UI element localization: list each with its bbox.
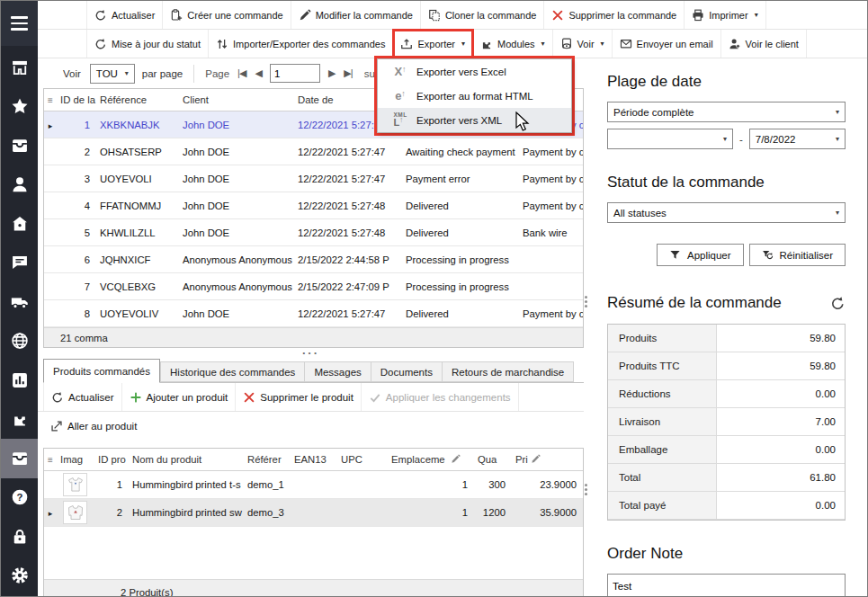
toolbar-button[interactable]: Modifier la commande ▾ (291, 1, 421, 29)
toolbar-button[interactable]: Modules ▾ (473, 30, 553, 58)
tab-label: Historique des commandes (170, 367, 295, 378)
sb-globe-icon (11, 332, 29, 350)
product-price-cell: 35.9000 (512, 507, 583, 518)
menu-toggle-button[interactable] (1, 1, 38, 46)
next-page-button[interactable]: ▶ (324, 67, 339, 79)
toolbar-button[interactable]: Actualiser ▾ (86, 1, 163, 29)
order-row[interactable]: ▸ 5 KHWLILZLL John DOE 12/22/2021 5:27:4… (44, 219, 583, 246)
column-header-price[interactable]: Pri (512, 454, 583, 466)
export-menu-item[interactable]: XMLL↑ Exporter vers XML (378, 108, 571, 132)
toolbar-button[interactable]: Voir le client ▾ (721, 30, 807, 58)
toolbar-button[interactable]: Importer/Exporter des commandes ▾ (209, 30, 393, 58)
html-export-icon: e↑ (384, 90, 416, 102)
column-header-product-id[interactable]: ID pro (94, 454, 129, 465)
order-date-cell: 12/22/2021 5:27:48 (294, 200, 402, 211)
page-number-input[interactable] (270, 64, 320, 83)
goto-icon (50, 420, 63, 432)
toolbar-button[interactable]: Imprimer ▾ (685, 1, 765, 29)
tab[interactable]: Retours de marchandise (443, 361, 574, 382)
sidebar-item[interactable] (1, 439, 38, 478)
menu-item-label: Exporter vers Excel (416, 67, 506, 77)
toolbar-button[interactable]: Cloner la commande ▾ (421, 1, 545, 29)
column-chooser-icon[interactable]: ≡ (44, 95, 57, 105)
sidebar-item[interactable] (1, 244, 38, 283)
export-menu-item[interactable]: e↑ Exporter au format HTML (378, 84, 571, 108)
tab[interactable]: Produits commandés (43, 359, 160, 383)
product-id-cell: 1 (94, 479, 129, 490)
per-page-label: par page (142, 68, 183, 79)
row-marker: ▸ (44, 507, 57, 518)
product-row[interactable]: ▸ 2 Hummingbird printed sw demo_3 1 1200 (44, 499, 583, 527)
refresh-summary-button[interactable] (830, 296, 846, 311)
sidebar-item[interactable] (1, 165, 38, 205)
toolbar-button[interactable]: Actualiser ▾ (43, 383, 122, 411)
toolbar-button-label: Actualiser (68, 392, 114, 403)
sidebar-item[interactable] (1, 400, 38, 440)
order-note-input[interactable] (607, 574, 846, 597)
last-page-button[interactable]: ▶| (339, 67, 356, 79)
sidebar-item[interactable] (1, 204, 38, 244)
page-size-select[interactable]: TOU ▾ (90, 64, 135, 84)
order-row[interactable]: ▸ 2 OHSATSERP John DOE 12/22/2021 5:27:4… (44, 138, 583, 165)
product-row[interactable]: ▸ 1 Hummingbird printed t-s demo_1 1 300 (44, 471, 583, 499)
order-row[interactable]: ▸ 3 UOYEVOLI John DOE 12/22/2021 5:27:47… (44, 165, 583, 192)
export-menu-item[interactable]: X↑ Exporter vers Excel (378, 59, 571, 84)
column-header-id[interactable]: ID de la co (57, 94, 96, 105)
sidebar-item[interactable] (1, 322, 38, 361)
order-status-cell: Payment error (402, 174, 519, 184)
sidebar-item[interactable] (1, 48, 38, 87)
toolbar-button[interactable]: Supprimer le produit ▾ (236, 383, 362, 411)
toolbar-button[interactable]: Appliquer les changements ▾ (362, 383, 519, 411)
order-date-cell: 12/22/2021 5:27:48 (294, 227, 402, 238)
order-row[interactable]: ▸ 7 VCQLEBXG Anonymous Anonymous 2/15/20… (44, 273, 583, 300)
sidebar-item[interactable] (1, 87, 38, 127)
toolbar-button[interactable]: Voir ▾ (553, 30, 613, 58)
sidebar-item[interactable] (1, 517, 38, 557)
tab[interactable]: Messages (305, 361, 371, 382)
toolbar-button[interactable]: Ajouter un produit ▾ (122, 383, 237, 411)
toolbar-button[interactable]: Envoyer un email ▾ (613, 30, 721, 58)
edit-pencil-icon (451, 454, 461, 466)
column-header-client[interactable]: Client (179, 94, 294, 105)
date-from-select[interactable]: ▾ (607, 129, 733, 149)
column-header-image[interactable]: Imag (57, 454, 94, 465)
apply-filter-button[interactable]: Appliquer (657, 244, 744, 266)
order-row[interactable]: ▸ 8 UOYEVOLIV John DOE 12/22/2021 5:27:4… (44, 300, 583, 327)
column-header-location[interactable]: Emplaceme (388, 454, 447, 465)
toolbar-button-label: Actualiser (112, 10, 155, 21)
toolbar-button[interactable]: Exporter ▾ (393, 30, 473, 58)
tab[interactable]: Documents (371, 361, 443, 382)
sidebar-item[interactable] (1, 361, 38, 400)
column-header-quantity[interactable]: Qua (474, 454, 512, 465)
sidebar-item[interactable] (1, 126, 38, 165)
column-header-product-name[interactable]: Nom du produit (129, 454, 244, 465)
order-client-cell: Anonymous Anonymous (179, 281, 294, 292)
sidebar-item[interactable]: ? (1, 478, 38, 518)
tab[interactable]: Historique des commandes (160, 361, 305, 382)
vertical-splitter[interactable] (585, 484, 587, 486)
toolbar-button-label: Modifier la commande (316, 10, 413, 21)
toolbar-button[interactable]: Supprimer la commande ▾ (544, 1, 685, 29)
toolbar-button[interactable]: Créer une commande ▾ (163, 1, 291, 29)
column-header-reference[interactable]: Référer (244, 454, 291, 465)
first-page-button[interactable]: |◀ (233, 67, 250, 79)
go-to-product-button[interactable]: Aller au produit ▾ (43, 412, 144, 440)
column-header-edit[interactable] (447, 454, 474, 466)
status-select[interactable]: All statuses ▾ (607, 202, 846, 223)
period-select[interactable]: Période complète ▾ (607, 102, 846, 122)
column-header-upc[interactable]: UPC (337, 454, 388, 465)
order-row[interactable]: ▸ 6 JQHNXICF Anonymous Anonymous 2/15/20… (44, 246, 583, 273)
order-row[interactable]: ▸ 4 FFATNOMMJ John DOE 12/22/2021 5:27:4… (44, 192, 583, 219)
toolbar-button[interactable]: Mise à jour du statut ▾ (86, 30, 209, 58)
reset-filter-button[interactable]: Réinitialiser (749, 244, 846, 266)
horizontal-splitter[interactable]: ··· (38, 348, 584, 359)
vertical-splitter[interactable] (585, 296, 587, 298)
sidebar-item[interactable] (1, 557, 38, 596)
column-header-ean13[interactable]: EAN13 (291, 454, 337, 465)
prev-page-button[interactable]: ◀ (250, 67, 265, 79)
column-chooser-icon[interactable]: ≡ (44, 455, 57, 465)
date-to-select[interactable]: 7/8/2022 ▾ (749, 129, 846, 149)
column-header-reference[interactable]: Référence (96, 94, 179, 105)
order-payment-cell: Payment by cl (519, 147, 583, 157)
sidebar-item[interactable] (1, 282, 38, 322)
